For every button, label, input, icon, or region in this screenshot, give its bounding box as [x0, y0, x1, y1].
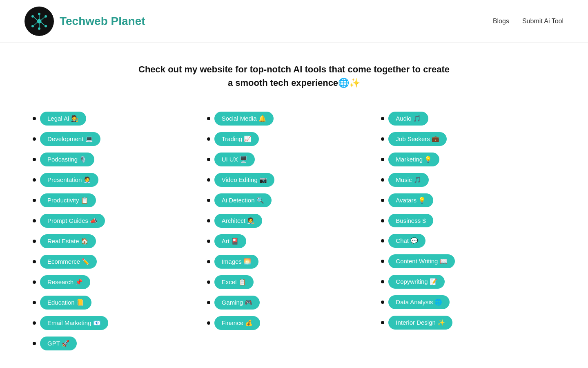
- category-tag-button[interactable]: Social Media 🔔: [214, 112, 274, 126]
- list-item: Gaming 🎮: [207, 294, 381, 311]
- list-bullet: [33, 158, 36, 161]
- category-tag-button[interactable]: Architect 🧑‍🎨: [214, 214, 263, 228]
- svg-line-9: [34, 17, 38, 20]
- svg-line-10: [41, 17, 45, 20]
- list-bullet: [381, 117, 384, 120]
- list-bullet: [207, 219, 210, 222]
- list-item: Job Seekers 💼: [381, 130, 555, 148]
- list-bullet: [207, 158, 210, 161]
- categories-section: Legal Ai 🧑‍⚖️Development 💻Podcasting 🎙️P…: [0, 98, 588, 368]
- category-tag-button[interactable]: GPT 🚀: [40, 337, 77, 350]
- category-tag-button[interactable]: Art 🎴: [214, 234, 246, 248]
- list-item: Podcasting 🎙️: [33, 151, 207, 168]
- list-item: Email Marketing 📧: [33, 314, 207, 332]
- category-tag-button[interactable]: Legal Ai 🧑‍⚖️: [40, 112, 86, 126]
- svg-line-12: [41, 22, 45, 26]
- list-bullet: [33, 260, 36, 263]
- svg-line-11: [34, 22, 38, 26]
- category-tag-button[interactable]: Images 🌅: [214, 255, 258, 269]
- list-bullet: [381, 321, 384, 324]
- list-bullet: [33, 301, 36, 304]
- category-tag-button[interactable]: UI UX 🖥️: [214, 153, 255, 166]
- category-column-1: Legal Ai 🧑‍⚖️Development 💻Podcasting 🎙️P…: [33, 110, 207, 355]
- category-tag-button[interactable]: Music 🎵: [388, 173, 428, 187]
- nav-submit-tool[interactable]: Submit Ai Tool: [522, 18, 564, 25]
- list-bullet: [381, 260, 384, 263]
- list-bullet: [381, 301, 384, 304]
- list-item: Finance 💰: [207, 314, 381, 332]
- category-tag-button[interactable]: Gaming 🎮: [214, 296, 260, 310]
- list-bullet: [207, 240, 210, 243]
- list-item: Marketing 💡: [381, 151, 555, 168]
- category-column-2: Social Media 🔔Trading 📈UI UX 🖥️Video Edi…: [207, 110, 381, 355]
- svg-point-2: [45, 15, 47, 18]
- category-tag-button[interactable]: Job Seekers 💼: [388, 132, 447, 146]
- hero-headline: Check out my website for top-notch AI to…: [135, 63, 453, 90]
- list-bullet: [33, 342, 36, 345]
- list-item: Trading 📈: [207, 130, 381, 148]
- list-bullet: [33, 240, 36, 243]
- svg-point-4: [45, 25, 47, 27]
- list-item: Excel 📋: [207, 274, 381, 291]
- category-tag-button[interactable]: Podcasting 🎙️: [40, 153, 94, 166]
- list-bullet: [207, 321, 210, 325]
- main-nav: Blogs Submit Ai Tool: [493, 18, 564, 25]
- list-bullet: [207, 199, 210, 202]
- list-bullet: [33, 219, 36, 222]
- list-item: Chat 💬: [381, 232, 555, 249]
- site-title: Techweb Planet: [60, 15, 145, 28]
- list-item: Data Analysis 🌐: [381, 294, 555, 311]
- list-item: Productivity 📋: [33, 192, 207, 209]
- category-tag-button[interactable]: Presentation 🧑‍💼: [40, 173, 98, 187]
- category-tag-button[interactable]: Prompt Guides 📣: [40, 214, 105, 228]
- list-item: Development 💻: [33, 130, 207, 148]
- list-bullet: [381, 280, 384, 283]
- hero-section: Check out my website for top-notch AI to…: [110, 43, 478, 98]
- category-tag-button[interactable]: Copywriting 📝: [388, 275, 445, 289]
- category-tag-button[interactable]: Content Writing 📖: [388, 254, 454, 268]
- category-tag-button[interactable]: Ai Detection 🔍: [214, 193, 272, 207]
- category-tag-button[interactable]: Excel 📋: [214, 275, 254, 289]
- list-item: Ecommerce ✏️: [33, 253, 207, 270]
- list-item: Social Media 🔔: [207, 110, 381, 127]
- category-tag-button[interactable]: Chat 💬: [388, 234, 425, 248]
- svg-point-3: [31, 25, 34, 27]
- list-bullet: [33, 117, 36, 120]
- category-tag-button[interactable]: Real Estate 🏠: [40, 234, 96, 248]
- category-tag-button[interactable]: Video Editing 📷: [214, 173, 274, 187]
- list-item: Real Estate 🏠: [33, 233, 207, 250]
- site-header: Techweb Planet Blogs Submit Ai Tool: [0, 0, 588, 43]
- category-column-3: Audio 🎵Job Seekers 💼Marketing 💡Music 🎵Av…: [381, 110, 555, 355]
- list-item: Research 📌: [33, 274, 207, 291]
- list-item: Content Writing 📖: [381, 253, 555, 270]
- category-tag-button[interactable]: Avatars 💡: [388, 193, 433, 207]
- category-tag-button[interactable]: Finance 💰: [214, 316, 261, 330]
- list-item: Prompt Guides 📣: [33, 212, 207, 229]
- category-tag-button[interactable]: Trading 📈: [214, 132, 259, 146]
- list-bullet: [207, 178, 210, 182]
- nav-blogs[interactable]: Blogs: [493, 18, 509, 25]
- list-item: Copywriting 📝: [381, 273, 555, 290]
- list-item: Music 🎵: [381, 171, 555, 188]
- category-tag-button[interactable]: Education 📒: [40, 296, 91, 310]
- category-tag-button[interactable]: Interior Design ✨: [388, 316, 452, 330]
- list-bullet: [381, 219, 384, 222]
- category-tag-button[interactable]: Productivity 📋: [40, 193, 96, 207]
- list-bullet: [207, 260, 210, 263]
- category-tag-button[interactable]: Email Marketing 📧: [40, 316, 108, 330]
- category-tag-button[interactable]: Data Analysis 🌐: [388, 295, 450, 309]
- list-item: Images 🌅: [207, 253, 381, 270]
- category-tag-button[interactable]: Development 💻: [40, 132, 100, 146]
- category-tag-button[interactable]: Marketing 💡: [388, 153, 439, 166]
- list-item: Art 🎴: [207, 233, 381, 250]
- list-item: Video Editing 📷: [207, 171, 381, 188]
- category-tag-button[interactable]: Business $: [388, 214, 433, 227]
- category-tag-button[interactable]: Research 📌: [40, 275, 90, 289]
- category-tag-button[interactable]: Ecommerce ✏️: [40, 255, 97, 269]
- category-tag-button[interactable]: Audio 🎵: [388, 112, 428, 126]
- list-item: Presentation 🧑‍💼: [33, 171, 207, 188]
- list-bullet: [33, 280, 36, 284]
- list-bullet: [381, 239, 384, 242]
- list-bullet: [381, 137, 384, 141]
- svg-point-5: [38, 13, 40, 15]
